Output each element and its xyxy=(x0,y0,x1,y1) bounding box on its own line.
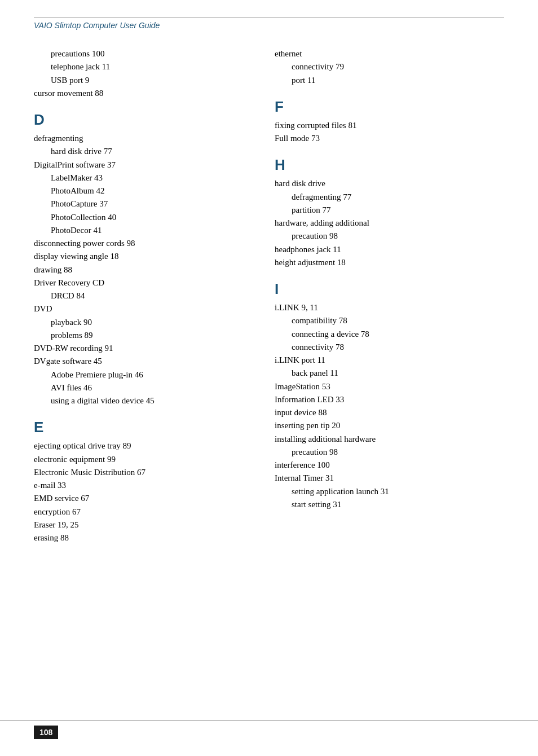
ethernet-entries: ethernet connectivity 79 port 11 xyxy=(275,47,504,87)
section-letter-h: H xyxy=(275,156,504,174)
list-item: playback 90 xyxy=(51,316,252,329)
section-i: I i.LINK 9, 11 compatibility 78 connecti… xyxy=(275,280,504,511)
list-item: DVD-RW recording 91 xyxy=(34,342,252,355)
list-item: using a digital video device 45 xyxy=(51,394,252,407)
list-item: connecting a device 78 xyxy=(292,328,504,341)
list-item: Full mode 73 xyxy=(275,132,504,145)
list-item: DigitalPrint software 37 xyxy=(34,159,252,172)
list-item: hardware, adding additional xyxy=(275,217,504,230)
list-item: e-mail 33 xyxy=(34,479,252,492)
list-item: hard disk drive xyxy=(275,177,504,190)
list-item: ImageStation 53 xyxy=(275,380,504,393)
list-item: partition 77 xyxy=(292,204,504,217)
section-letter-i: I xyxy=(275,280,504,298)
section-letter-e: E xyxy=(34,419,252,436)
list-item: PhotoDecor 41 xyxy=(51,224,252,237)
section-f: F fixing corrupted files 81 Full mode 73 xyxy=(275,98,504,146)
section-letter-d: D xyxy=(34,111,252,129)
list-item: back panel 11 xyxy=(292,367,504,380)
list-item: PhotoCapture 37 xyxy=(51,197,252,210)
list-item: headphones jack 11 xyxy=(275,243,504,256)
left-column: precautions 100 telephone jack 11 USB po… xyxy=(34,47,269,544)
list-item: electronic equipment 99 xyxy=(34,453,252,466)
list-item: DVgate software 45 xyxy=(34,355,252,368)
list-item: inserting pen tip 20 xyxy=(275,419,504,432)
list-item: defragmenting 77 xyxy=(292,191,504,204)
list-item: Adobe Premiere plug-in 46 xyxy=(51,368,252,381)
list-item: Information LED 33 xyxy=(275,393,504,406)
list-item: problems 89 xyxy=(51,329,252,342)
list-item: Eraser 19, 25 xyxy=(34,518,252,531)
list-item: precautions 100 xyxy=(51,47,252,60)
list-item: PhotoAlbum 42 xyxy=(51,184,252,197)
header-title: VAIO Slimtop Computer User Guide xyxy=(34,21,160,30)
list-item: interference 100 xyxy=(275,459,504,472)
list-item: hard disk drive 77 xyxy=(51,145,252,158)
list-item: disconnecting power cords 98 xyxy=(34,237,252,250)
list-item: Internal Timer 31 xyxy=(275,472,504,485)
list-item: installing additional hardware xyxy=(275,433,504,446)
list-item: cursor movement 88 xyxy=(34,87,252,100)
list-item: ethernet xyxy=(275,47,504,60)
list-item: encryption 67 xyxy=(34,506,252,518)
page: VAIO Slimtop Computer User Guide precaut… xyxy=(0,0,538,756)
list-item: defragmenting xyxy=(34,132,252,145)
page-header: VAIO Slimtop Computer User Guide xyxy=(34,17,504,30)
main-content: precautions 100 telephone jack 11 USB po… xyxy=(34,47,504,544)
list-item: input device 88 xyxy=(275,406,504,419)
list-item: LabelMaker 43 xyxy=(51,172,252,184)
list-item: display viewing angle 18 xyxy=(34,250,252,263)
list-item: start setting 31 xyxy=(292,498,504,511)
list-item: erasing 88 xyxy=(34,531,252,544)
list-item: fixing corrupted files 81 xyxy=(275,119,504,132)
list-item: PhotoCollection 40 xyxy=(51,211,252,224)
list-item: USB port 9 xyxy=(51,74,252,87)
list-item: telephone jack 11 xyxy=(51,60,252,73)
list-item: drawing 88 xyxy=(34,263,252,276)
list-item: connectivity 78 xyxy=(292,341,504,354)
list-item: DRCD 84 xyxy=(51,289,252,302)
list-item: compatibility 78 xyxy=(292,314,504,327)
right-column: ethernet connectivity 79 port 11 F fixin… xyxy=(269,47,504,544)
list-item: port 11 xyxy=(292,74,504,87)
section-letter-f: F xyxy=(275,98,504,116)
section-e: E ejecting optical drive tray 89 electro… xyxy=(34,419,252,544)
list-item: EMD service 67 xyxy=(34,492,252,505)
list-item: ejecting optical drive tray 89 xyxy=(34,439,252,452)
list-item: i.LINK 9, 11 xyxy=(275,301,504,314)
list-item: i.LINK port 11 xyxy=(275,354,504,367)
list-item: DVD xyxy=(34,302,252,315)
list-item: Driver Recovery CD xyxy=(34,276,252,289)
list-item: precaution 98 xyxy=(292,230,504,243)
top-continuation-entries: precautions 100 telephone jack 11 USB po… xyxy=(34,47,252,100)
list-item: setting application launch 31 xyxy=(292,485,504,498)
list-item: AVI files 46 xyxy=(51,381,252,394)
section-h: H hard disk drive defragmenting 77 parti… xyxy=(275,156,504,269)
page-number: 108 xyxy=(34,726,58,739)
list-item: height adjustment 18 xyxy=(275,256,504,269)
list-item: precaution 98 xyxy=(292,446,504,459)
list-item: Electronic Music Distribution 67 xyxy=(34,466,252,479)
page-footer: 108 xyxy=(0,720,538,739)
list-item: connectivity 79 xyxy=(292,60,504,73)
section-d: D defragmenting hard disk drive 77 Digit… xyxy=(34,111,252,407)
